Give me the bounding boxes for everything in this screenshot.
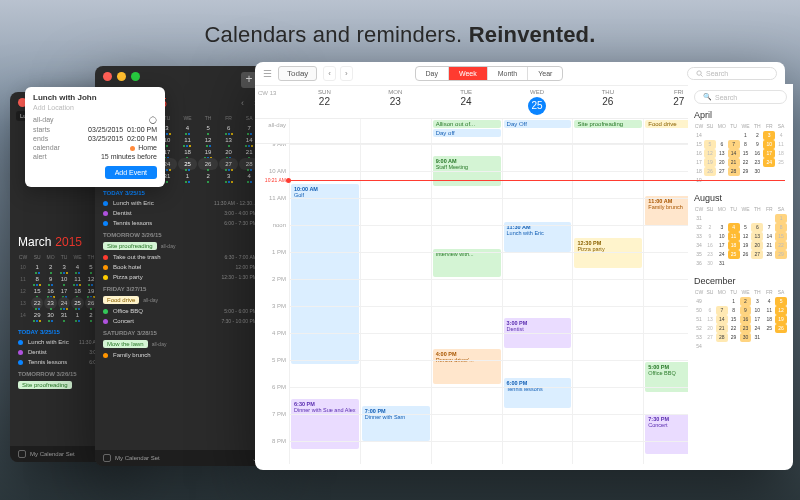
- day-column[interactable]: 9:00 AMStaff MeetingInterview with...4:0…: [431, 144, 502, 464]
- list-item[interactable]: Concert7:30 - 10:00 PM: [95, 316, 265, 326]
- allday-cell[interactable]: [360, 119, 431, 143]
- allday-toggle[interactable]: ◯: [149, 116, 157, 124]
- starts-date[interactable]: 03/25/2015: [88, 126, 123, 133]
- mini-cal-day[interactable]: 15: [31, 285, 43, 297]
- mini-cal-day[interactable]: 4: [178, 122, 198, 134]
- mini-cal-day[interactable]: 10: [58, 273, 70, 285]
- list-item[interactable]: Pizza party12:30 - 1:30 PM: [95, 272, 265, 282]
- mini-cal-day[interactable]: 31: [58, 309, 70, 321]
- list-item[interactable]: Site proofreadingall-day: [95, 240, 265, 252]
- calendar-event[interactable]: 12:30 PMPizza party: [574, 238, 642, 268]
- mini-cal-day[interactable]: 5: [198, 122, 218, 134]
- search-input[interactable]: Search: [687, 67, 777, 80]
- list-item[interactable]: Tennis lessons6:00 - 7:30 PM: [95, 218, 265, 228]
- seg-week[interactable]: Week: [449, 67, 488, 80]
- mini-cal-day[interactable]: 12: [198, 134, 218, 146]
- mini-cal-day[interactable]: 1: [178, 170, 198, 182]
- mini-cal-day[interactable]: 30: [44, 309, 56, 321]
- calendar-select[interactable]: Home: [130, 144, 157, 151]
- day-column[interactable]: 12:30 PMPizza party: [572, 144, 643, 464]
- prev-week-icon[interactable]: ‹: [323, 66, 336, 81]
- mini-month-grid[interactable]: CWSUMOTUWETHFRSA141234155678910111612131…: [694, 122, 787, 185]
- starts-time[interactable]: 01:00 PM: [127, 126, 157, 133]
- seg-year[interactable]: Year: [528, 67, 562, 80]
- calendar-event[interactable]: 7:00 PMDinner with Sam: [362, 406, 430, 441]
- day-header[interactable]: THU26: [572, 86, 643, 118]
- today-button[interactable]: Today: [278, 66, 317, 81]
- mini-cal-day[interactable]: 25: [178, 158, 198, 170]
- calendar-event[interactable]: 10:00 AMGolf: [291, 184, 359, 364]
- checkbox-icon[interactable]: [103, 454, 111, 462]
- calendar-set-select[interactable]: My Calendar Set: [115, 455, 160, 461]
- allday-event[interactable]: Day off: [433, 129, 501, 137]
- list-item[interactable]: Take out the trash6:30 - 7:00 AM: [95, 252, 265, 262]
- list-item[interactable]: Office BBQ5:00 - 6:00 PM: [95, 306, 265, 316]
- mini-cal-day[interactable]: 18: [178, 146, 198, 158]
- day-header[interactable]: TUE24: [431, 86, 502, 118]
- day-column[interactable]: 11:30 AMLunch with Eric3:00 PMDentist6:0…: [502, 144, 573, 464]
- next-week-icon[interactable]: ›: [340, 66, 353, 81]
- day-column[interactable]: 10:00 AMGolf6:30 PMDinner with Sue and A…: [289, 144, 360, 464]
- day-header[interactable]: SUN22: [289, 86, 360, 118]
- mini-month-grid[interactable]: CWSUMOTUWETHFRSA311322345678339101112131…: [694, 205, 787, 268]
- seg-day[interactable]: Day: [416, 67, 449, 80]
- sidebar-toggle-icon[interactable]: ☰: [263, 68, 272, 79]
- list-item[interactable]: Dentist3:00 - 4:00 PM: [95, 208, 265, 218]
- allday-cell[interactable]: [289, 119, 360, 143]
- list-item[interactable]: Family brunch: [95, 350, 265, 360]
- mini-cal-day[interactable]: 1: [31, 261, 43, 273]
- ends-date[interactable]: 03/25/2015: [88, 135, 123, 142]
- allday-event[interactable]: Day Off: [504, 120, 572, 128]
- mini-cal-day[interactable]: 20: [219, 146, 239, 158]
- mini-cal-day[interactable]: 22: [31, 297, 43, 309]
- mini-cal-day[interactable]: 29: [31, 309, 43, 321]
- ends-time[interactable]: 02:00 PM: [127, 135, 157, 142]
- mini-cal-day[interactable]: 25: [71, 297, 83, 309]
- mini-cal-day[interactable]: 3: [58, 261, 70, 273]
- allday-cell[interactable]: Allison out of...Day off: [431, 119, 502, 143]
- list-item[interactable]: Mow the lawnall-day: [95, 338, 265, 350]
- mini-cal-day[interactable]: 1: [71, 309, 83, 321]
- mini-cal-day[interactable]: 16: [44, 285, 56, 297]
- mini-cal-day[interactable]: 26: [198, 158, 218, 170]
- close-icon[interactable]: [103, 72, 112, 81]
- allday-cell[interactable]: Day Off: [502, 119, 573, 143]
- mini-cal-day[interactable]: 6: [219, 122, 239, 134]
- event-title[interactable]: Lunch with John: [33, 93, 157, 102]
- mini-cal-day[interactable]: 18: [71, 285, 83, 297]
- mini-cal-day[interactable]: 17: [58, 285, 70, 297]
- day-header[interactable]: WED25: [502, 86, 573, 118]
- allday-cell[interactable]: Site proofreading: [572, 119, 643, 143]
- location-field[interactable]: Add Location: [33, 104, 157, 111]
- minimize-icon[interactable]: [117, 72, 126, 81]
- allday-event[interactable]: Allison out of...: [433, 120, 501, 128]
- mini-cal-day[interactable]: 9: [44, 273, 56, 285]
- seg-month[interactable]: Month: [488, 67, 528, 80]
- mini-cal-day[interactable]: 11: [71, 273, 83, 285]
- mini-cal-day[interactable]: 24: [58, 297, 70, 309]
- list-item[interactable]: Food driveall-day: [95, 294, 265, 306]
- mini-month-grid[interactable]: CWSUMOTUWETHFRSA491234550678910111251131…: [694, 288, 787, 351]
- mini-cal-day[interactable]: 27: [219, 158, 239, 170]
- mini-cal-day[interactable]: 11: [178, 134, 198, 146]
- calendar-event[interactable]: 6:00 PMTennis lessons: [504, 378, 572, 408]
- zoom-icon[interactable]: [131, 72, 140, 81]
- alert-select[interactable]: 15 minutes before: [101, 153, 157, 160]
- day-column[interactable]: 7:00 PMDinner with Sam: [360, 144, 431, 464]
- prev-month-icon[interactable]: ‹: [241, 98, 244, 108]
- calendar-event[interactable]: 4:00 PMRenew driver'...: [433, 349, 501, 384]
- calendar-set-select[interactable]: My Calendar Set: [30, 451, 75, 457]
- checkbox-icon[interactable]: [18, 450, 26, 458]
- mini-cal-day[interactable]: 2: [198, 170, 218, 182]
- mini-cal-day[interactable]: 3: [219, 170, 239, 182]
- mini-cal-day[interactable]: 19: [198, 146, 218, 158]
- list-item[interactable]: Lunch with Eric11:30 AM - 12:30…: [95, 198, 265, 208]
- mini-cal-day[interactable]: 4: [71, 261, 83, 273]
- mini-cal-day[interactable]: 23: [44, 297, 56, 309]
- mini-cal-day[interactable]: 2: [44, 261, 56, 273]
- list-item[interactable]: Book hotel12:00 PM: [95, 262, 265, 272]
- mini-cal-day[interactable]: 8: [31, 273, 43, 285]
- calendar-event[interactable]: Interview with...: [433, 249, 501, 277]
- day-header[interactable]: MON23: [360, 86, 431, 118]
- calendar-event[interactable]: 11:30 AMLunch with Eric: [504, 222, 572, 252]
